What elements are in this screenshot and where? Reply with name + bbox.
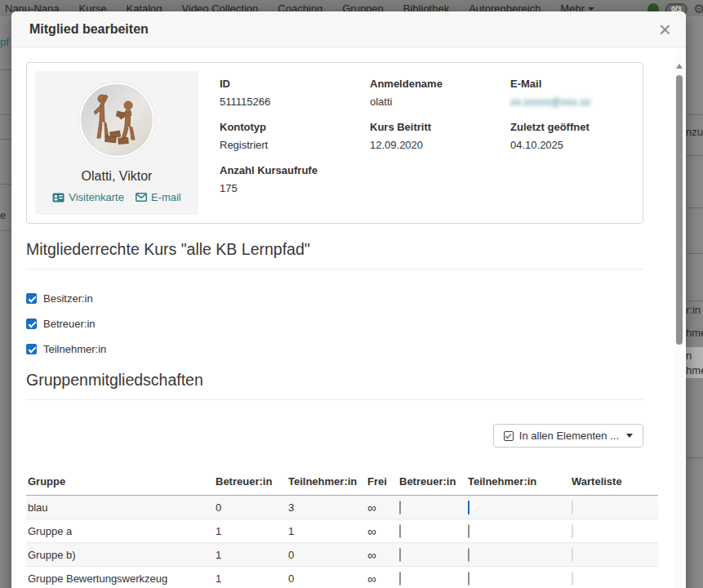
checkbox[interactable]	[26, 318, 37, 329]
warteliste-checkbox-disabled	[572, 548, 573, 562]
field-label: Anzahl Kursaufrufe	[220, 164, 370, 176]
column-header-1: Betreuer:in	[214, 470, 287, 496]
group-name: Gruppe b)	[26, 543, 214, 567]
field-value: 12.09.2020	[370, 139, 510, 151]
teilnehmer-count: 0	[287, 543, 366, 567]
column-header-4: Betreuer:in	[398, 470, 466, 496]
field-value: olatti	[370, 96, 510, 108]
rights-checkbox-besitzerin[interactable]: Besitzer:in	[26, 289, 643, 307]
dialog-scrollbar[interactable]	[674, 49, 684, 588]
visitenkarte-link[interactable]: Visitenkarte	[52, 191, 124, 203]
field-label: ID	[220, 78, 370, 90]
field-label: E-Mail	[510, 78, 634, 90]
background-fragment: hme	[686, 327, 703, 339]
scroll-up-arrow-icon[interactable]	[676, 64, 683, 69]
rights-checkbox-betreuerin[interactable]: Betreuer:in	[26, 314, 643, 332]
column-header-6: Warteliste	[570, 470, 658, 496]
warteliste-checkbox-disabled	[572, 501, 573, 514]
scrollbar-thumb[interactable]	[676, 75, 683, 345]
teilnehmer-count: 1	[287, 519, 366, 543]
background-fragment: pf	[0, 36, 9, 48]
table-row-gruppe-a: Gruppe a11∞	[26, 519, 658, 543]
rights-checkbox-teilnehmerin[interactable]: Teilnehmer:in	[26, 340, 643, 358]
profile-field-kurs-beitritt: Kurs Beitritt12.09.2020	[370, 121, 510, 151]
profile-field-kontotyp: KontotypRegistriert	[220, 121, 370, 151]
close-icon[interactable]: ×	[659, 21, 671, 38]
chevron-down-icon	[626, 434, 633, 438]
checkbox[interactable]	[26, 293, 37, 304]
membership-checkbox[interactable]	[399, 501, 401, 514]
betreuer-count: 1	[214, 543, 287, 567]
teilnehmer-count: 0	[287, 567, 366, 588]
chevron-down-icon	[588, 7, 594, 11]
betreuer-count: 0	[214, 496, 287, 519]
group-name: Gruppe Bewertungswerkzeug	[26, 567, 214, 588]
profile-field-zuletzt-geöffnet: Zuletzt geöffnet04.10.2025	[510, 121, 634, 151]
checkbox[interactable]	[26, 344, 37, 354]
membership-checkbox[interactable]	[468, 524, 469, 538]
table-row-gruppe-bewertungswerkzeug: Gruppe Bewertungswerkzeug10∞	[26, 567, 658, 588]
checkbox-icon	[504, 431, 514, 441]
field-label: Kurs Beitritt	[370, 121, 510, 133]
bulk-apply-dropdown[interactable]: In allen Elementen ...	[493, 424, 643, 448]
member-name: Olatti, Viktor	[82, 169, 153, 184]
membership-checkbox[interactable]	[399, 548, 401, 562]
background-fragment: hme	[686, 364, 703, 376]
field-label: Kontotyp	[220, 121, 370, 133]
avatar	[79, 82, 154, 158]
member-profile-panel: Olatti, Viktor Visitenkarte E-mail	[26, 62, 643, 224]
betreuer-count: 1	[214, 519, 287, 543]
rights-checkbox-list: Besitzer:inBetreuer:inTeilnehmer:in	[26, 289, 643, 358]
profile-fields: ID511115266AnmeldenameolattiE-Mailxx.xxx…	[220, 78, 634, 215]
membership-checkbox[interactable]	[468, 548, 469, 562]
background-fragment: nzuf	[686, 126, 703, 138]
groups-section-title: Gruppenmitgliedschaften	[26, 371, 643, 400]
envelope-icon	[136, 193, 147, 202]
dialog-title: Mitglied bearbeiten	[29, 22, 149, 37]
background-fragment: r:in	[686, 304, 701, 316]
profile-field-e-mail: E-Mailxx.xxxxx@xxx.xx	[510, 78, 634, 108]
membership-checkbox[interactable]	[468, 572, 469, 586]
dialog-header: Mitglied bearbeiten ×	[11, 11, 686, 47]
group-name: Gruppe a	[26, 519, 214, 543]
frei-value: ∞	[366, 496, 398, 519]
group-memberships-table: GruppeBetreuer:inTeilnehmer:inFreiBetreu…	[26, 470, 658, 588]
group-name: blau	[26, 496, 214, 519]
frei-value: ∞	[366, 543, 398, 567]
member-id-card: Olatti, Viktor Visitenkarte E-mail	[35, 71, 198, 215]
profile-field-id: ID511115266	[220, 78, 370, 108]
frei-value: ∞	[366, 567, 398, 588]
field-value: Registriert	[220, 139, 370, 151]
column-header-3: Frei	[366, 470, 398, 496]
column-header-5: Teilnehmer:in	[466, 470, 570, 496]
warteliste-checkbox-disabled	[572, 524, 573, 538]
membership-checkbox[interactable]	[399, 572, 401, 586]
profile-field-anmeldename: Anmeldenameolatti	[370, 78, 510, 108]
table-row-blau: blau03∞	[26, 496, 658, 519]
field-label: Zuletzt geöffnet	[510, 121, 634, 133]
field-value: 511115266	[220, 96, 370, 108]
table-header-row: GruppeBetreuer:inTeilnehmer:inFreiBetreu…	[26, 470, 658, 496]
background-fragment: n	[686, 350, 692, 362]
email-value-redacted: xx.xxxxx@xxx.xx	[510, 96, 634, 108]
membership-checkbox[interactable]	[399, 524, 401, 538]
warteliste-checkbox-disabled	[572, 572, 573, 586]
column-header-2: Teilnehmer:in	[287, 470, 366, 496]
table-row-gruppe-b-: Gruppe b)10∞	[26, 543, 658, 567]
betreuer-count: 1	[214, 567, 287, 588]
id-card-icon	[52, 193, 65, 203]
field-label: Anmeldename	[370, 78, 510, 90]
profile-field-anzahl-kursaufrufe: Anzahl Kursaufrufe175	[220, 164, 370, 194]
email-link[interactable]: E-mail	[136, 191, 181, 203]
field-value: 175	[220, 182, 370, 194]
field-value: 04.10.2025	[510, 139, 634, 151]
column-header-0: Gruppe	[26, 470, 214, 496]
rights-section-title: Mitgliederrechte Kurs "alle KB Lernpfad"	[26, 240, 643, 270]
edit-member-dialog: Mitglied bearbeiten ×	[11, 11, 686, 588]
portal-icon[interactable]: ⚙	[694, 2, 703, 16]
frei-value: ∞	[366, 519, 398, 543]
membership-checkbox[interactable]	[468, 501, 469, 514]
teilnehmer-count: 3	[287, 496, 366, 519]
background-fragment: e	[0, 209, 6, 221]
